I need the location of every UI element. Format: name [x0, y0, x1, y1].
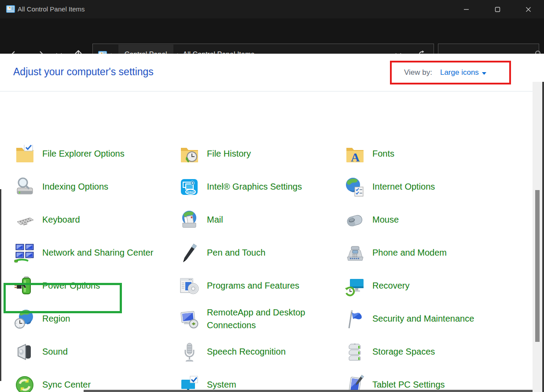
item-label: Keyboard [42, 213, 80, 226]
folder-check-icon [14, 145, 35, 165]
battery-plug-icon [14, 275, 35, 297]
item-label: Storage Spaces [372, 345, 435, 358]
item-label: Indexing Options [42, 180, 108, 193]
item-label: Power Options [42, 279, 100, 292]
keyboard-icon [14, 209, 35, 231]
control-panel-item-intel-graphics-settings[interactable]: intelIntel® Graphics Settings [179, 170, 344, 203]
item-label: System [207, 378, 236, 391]
sync-arrows-icon [14, 374, 35, 392]
control-panel-item-network-and-sharing-center[interactable]: Network and Sharing Center [14, 236, 179, 269]
drive-stack-icon [344, 341, 365, 363]
control-panel-item-internet-options[interactable]: Internet Options [344, 170, 521, 203]
header-divider [0, 91, 533, 92]
pen-icon [179, 242, 200, 264]
maximize-button[interactable] [488, 0, 507, 18]
network-monitors-icon [14, 242, 35, 264]
background-window-edge [0, 189, 1, 381]
items-grid: File Explorer OptionsFile HistoryAFontsI… [14, 145, 521, 392]
item-label: Sync Center [42, 378, 91, 391]
item-label: RemoteApp and Desktop Connections [207, 306, 320, 332]
monitor-check-icon [179, 374, 200, 392]
globe-mail-icon [179, 209, 200, 231]
remote-desktop-icon [179, 308, 200, 330]
control-panel-item-mouse[interactable]: Mouse [344, 203, 521, 236]
control-panel-item-speech-recognition[interactable]: Speech Recognition [179, 335, 344, 368]
title-bar: All Control Panel Items [0, 0, 544, 18]
svg-text:A: A [351, 150, 360, 164]
background-window-edge [542, 82, 544, 392]
item-label: Mouse [372, 213, 399, 226]
control-panel-item-phone-and-modem[interactable]: Phone and Modem [344, 236, 521, 269]
item-label: Pen and Touch [207, 246, 265, 259]
control-panel-item-region[interactable]: Region [14, 302, 179, 335]
globe-clock-icon [14, 308, 35, 330]
item-label: File History [207, 147, 251, 160]
control-panel-item-sound[interactable]: Sound [14, 335, 179, 368]
view-by-control: View by: Large icons [404, 68, 486, 77]
item-label: Fonts [372, 147, 394, 160]
item-label: Region [42, 312, 70, 325]
folder-font-icon: A [344, 145, 365, 165]
monitor-restore-icon [344, 275, 365, 297]
intel-graphics-icon: intel [179, 176, 200, 198]
item-label: Tablet PC Settings [372, 378, 445, 391]
control-panel-icon [6, 5, 15, 13]
control-panel-item-power-options[interactable]: Power Options [14, 269, 179, 302]
item-label: Intel® Graphics Settings [207, 180, 302, 193]
control-panel-item-remoteapp-and-desktop-connections[interactable]: RemoteApp and Desktop Connections [179, 302, 344, 335]
microphone-icon [179, 341, 200, 363]
background-window-edge [84, 390, 533, 392]
control-panel-item-recovery[interactable]: Recovery [344, 269, 521, 302]
svg-text:intel: intel [187, 190, 194, 194]
control-panel-item-sync-center[interactable]: Sync Center [14, 368, 179, 392]
minimize-button[interactable] [456, 0, 476, 18]
item-label: Programs and Features [207, 279, 299, 292]
globe-checklist-icon [344, 176, 365, 198]
blue-flag-icon [344, 308, 365, 330]
scrollbar-thumb[interactable] [535, 190, 540, 342]
folder-clock-icon [179, 145, 200, 165]
item-label: Speech Recognition [207, 345, 286, 358]
control-panel-item-file-history[interactable]: File History [179, 145, 344, 170]
item-label: Internet Options [372, 180, 435, 193]
control-panel-item-storage-spaces[interactable]: Storage Spaces [344, 335, 521, 368]
control-panel-item-keyboard[interactable]: Keyboard [14, 203, 179, 236]
control-panel-item-programs-and-features[interactable]: Programs and Features [179, 269, 344, 302]
tablet-pen-icon [344, 374, 365, 392]
item-label: Mail [207, 213, 223, 226]
item-label: Phone and Modem [372, 246, 447, 259]
item-label: Security and Maintenance [372, 312, 474, 325]
control-panel-item-pen-and-touch[interactable]: Pen and Touch [179, 236, 344, 269]
item-label: Sound [42, 345, 68, 358]
mouse-icon [344, 209, 365, 231]
control-panel-item-mail[interactable]: Mail [179, 203, 344, 236]
window-title: All Control Panel Items [18, 0, 85, 18]
drive-magnifier-icon [14, 176, 35, 198]
item-label: Recovery [372, 279, 409, 292]
control-panel-item-system[interactable]: System [179, 368, 344, 392]
item-label: File Explorer Options [42, 147, 125, 160]
phone-icon [344, 242, 365, 264]
page-title: Adjust your computer's settings [13, 66, 154, 78]
view-by-value[interactable]: Large icons [440, 68, 479, 77]
view-by-caret-icon [482, 72, 486, 75]
control-panel-item-tablet-pc-settings[interactable]: Tablet PC Settings [344, 368, 521, 392]
close-button[interactable] [518, 0, 538, 18]
navigation-bar: › Control Panel › All Control Panel Item… [0, 18, 544, 54]
window-disc-icon [179, 275, 200, 297]
control-panel-item-fonts[interactable]: AFonts [344, 145, 521, 170]
view-by-label: View by: [404, 68, 432, 77]
speaker-icon [14, 341, 35, 363]
control-panel-window: All Control Panel Items › Cont [0, 0, 544, 392]
control-panel-item-security-and-maintenance[interactable]: Security and Maintenance [344, 302, 521, 335]
item-label: Network and Sharing Center [42, 246, 153, 259]
control-panel-item-indexing-options[interactable]: Indexing Options [14, 170, 179, 203]
control-panel-item-file-explorer-options[interactable]: File Explorer Options [14, 145, 179, 170]
content-area: Adjust your computer's settings View by:… [0, 54, 544, 392]
items-viewport: File Explorer OptionsFile HistoryAFontsI… [0, 145, 533, 392]
